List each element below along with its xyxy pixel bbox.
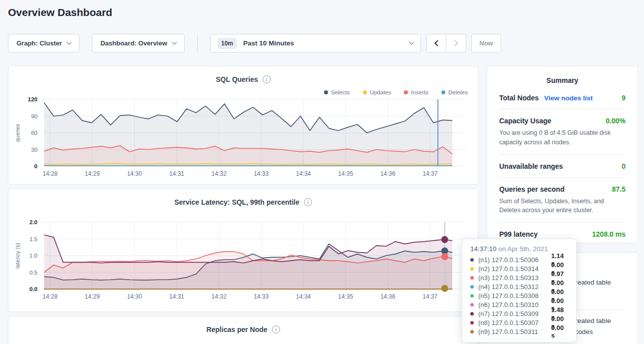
svg-text:latency (s): latency (s): [14, 243, 20, 269]
svg-text:1.5: 1.5: [29, 236, 37, 242]
summary-row-value: 9: [622, 94, 626, 102]
summary-row-label: Total Nodes: [499, 94, 539, 102]
svg-text:14:32: 14:32: [212, 293, 227, 300]
summary-row: Total NodesView nodes list9: [499, 86, 626, 109]
summary-row-value: 1208.0 ms: [592, 230, 626, 238]
summary-row-label: Capacity Usage: [499, 117, 551, 125]
chart-header: SQL Queries i: [8, 66, 478, 83]
legend-label: Selects: [331, 89, 350, 95]
graph-dropdown[interactable]: Graph: Cluster: [8, 34, 79, 52]
tooltip-time: 14:37:10: [470, 245, 497, 253]
tooltip-row: (n9) 127.0.0.1:503110.00 s: [470, 327, 568, 336]
time-range-dropdown[interactable]: 10m Past 10 Minutes: [210, 34, 421, 52]
svg-text:14:29: 14:29: [85, 293, 100, 300]
service-latency-chart[interactable]: 0.00.51.01.52.014:2814:2914:3014:3114:32…: [10, 218, 475, 304]
summary-row-description: You are using 0 B of 4.5 GiB usable disk…: [499, 128, 626, 147]
svg-text:14:37: 14:37: [422, 293, 437, 300]
svg-text:14:30: 14:30: [127, 170, 142, 177]
summary-row-value: 0: [622, 162, 626, 170]
svg-text:0.5: 0.5: [29, 270, 37, 276]
chart-tooltip: 14:37:10 on Apr 5th, 2021 (n1) 127.0.0.1…: [462, 239, 577, 343]
chart-legend: SelectsUpdatesInsertsDeletes: [311, 89, 468, 95]
dashboard-dropdown[interactable]: Dashboard: Overview: [92, 34, 185, 52]
svg-text:14:28: 14:28: [42, 293, 57, 300]
svg-text:14:37: 14:37: [422, 170, 437, 177]
svg-text:14:35: 14:35: [338, 170, 353, 177]
tooltip-node-label: (n1) 127.0.0.1:50306: [478, 256, 551, 264]
svg-text:120: 120: [28, 96, 37, 102]
node-color-dot: [470, 294, 474, 298]
legend-dot: [441, 90, 445, 94]
legend-dot: [324, 90, 328, 94]
tooltip-node-label: (n9) 127.0.0.1:50311: [478, 328, 551, 336]
svg-text:14:28: 14:28: [42, 170, 57, 177]
node-color-dot: [470, 258, 474, 262]
legend-item-selects[interactable]: Selects: [324, 89, 350, 95]
legend-item-updates[interactable]: Updates: [363, 89, 391, 95]
sql-queries-chart[interactable]: 030609012014:2814:2914:3014:3114:3214:33…: [10, 95, 475, 181]
tooltip-node-label: (n8) 127.0.0.1:50307: [478, 319, 551, 327]
time-range-label: Past 10 Minutes: [243, 39, 294, 47]
svg-text:14:32: 14:32: [212, 170, 227, 177]
summary-rows: Total NodesView nodes list9Capacity Usag…: [499, 86, 626, 245]
chevron-down-icon: [172, 40, 177, 45]
chart-header: Service Latency: SQL, 99th percentile i: [8, 189, 478, 206]
arrow-right-icon: [452, 40, 458, 46]
tooltip-node-label: (n4) 127.0.0.1:50312: [478, 283, 551, 291]
summary-row-label: Unavailable ranges: [499, 162, 563, 170]
svg-text:queries: queries: [14, 123, 20, 142]
summary-panel: Summary Total NodesView nodes list9Capac…: [487, 66, 638, 243]
chart-header: Replicas per Node i: [8, 317, 478, 334]
svg-text:14:35: 14:35: [338, 293, 353, 300]
time-range-badge: 10m: [218, 38, 237, 49]
view-nodes-list-link[interactable]: View nodes list: [544, 94, 593, 102]
chart-title-replicas-per-node: Replicas per Node: [206, 326, 267, 334]
svg-text:14:36: 14:36: [380, 170, 395, 177]
replicas-per-node-card: Replicas per Node i: [8, 316, 478, 344]
charts-column: SQL Queries i SelectsUpdatesInsertsDelet…: [8, 66, 478, 344]
legend-label: Updates: [370, 89, 391, 95]
svg-text:14:36: 14:36: [380, 293, 395, 300]
tooltip-rows: (n1) 127.0.0.1:503061.14 s(n2) 127.0.0.1…: [470, 255, 568, 336]
tooltip-node-label: (n2) 127.0.0.1:50314: [478, 265, 551, 273]
page: Overview Dashboard Graph: Cluster Dashbo…: [0, 0, 644, 344]
legend-dot: [363, 90, 367, 94]
svg-text:14:34: 14:34: [296, 293, 311, 300]
graph-dropdown-label: Graph: Cluster: [16, 39, 62, 47]
dashboard-dropdown-label: Dashboard: Overview: [100, 39, 167, 47]
svg-text:1.0: 1.0: [29, 253, 37, 259]
tooltip-node-value: 0.00 s: [551, 324, 568, 339]
node-color-dot: [470, 276, 474, 280]
now-button[interactable]: Now: [471, 34, 501, 52]
node-color-dot: [470, 285, 474, 289]
sql-queries-card: SQL Queries i SelectsUpdatesInsertsDelet…: [8, 66, 478, 185]
node-color-dot: [470, 303, 474, 307]
info-icon[interactable]: i: [272, 326, 280, 334]
node-color-dot: [470, 312, 474, 316]
svg-text:90: 90: [31, 113, 37, 119]
tooltip-date: on Apr 5th, 2021: [498, 245, 548, 253]
page-title: Overview Dashboard: [8, 6, 112, 18]
svg-text:14:31: 14:31: [169, 170, 184, 177]
chevron-down-icon: [409, 40, 414, 45]
node-color-dot: [470, 330, 474, 334]
time-next-button[interactable]: [446, 34, 466, 52]
info-icon[interactable]: i: [263, 75, 271, 83]
time-nav-group: [426, 34, 466, 52]
legend-item-deletes[interactable]: Deletes: [441, 89, 468, 95]
legend-label: Inserts: [411, 89, 428, 95]
svg-text:0.0: 0.0: [29, 286, 37, 292]
time-prev-button[interactable]: [426, 34, 446, 52]
tooltip-node-label: (n3) 127.0.0.1:50313: [478, 274, 551, 282]
tooltip-timestamp: 14:37:10 on Apr 5th, 2021: [470, 245, 568, 253]
info-icon[interactable]: i: [304, 198, 312, 206]
summary-row: Unavailable ranges0: [499, 155, 626, 178]
svg-text:14:33: 14:33: [254, 293, 269, 300]
tooltip-node-label: (n5) 127.0.0.1:50308: [478, 292, 551, 300]
svg-text:30: 30: [31, 147, 37, 153]
svg-text:2.0: 2.0: [29, 219, 37, 225]
node-color-dot: [470, 267, 474, 271]
legend-item-inserts[interactable]: Inserts: [404, 89, 428, 95]
svg-text:14:29: 14:29: [85, 170, 100, 177]
svg-text:14:34: 14:34: [296, 170, 311, 177]
